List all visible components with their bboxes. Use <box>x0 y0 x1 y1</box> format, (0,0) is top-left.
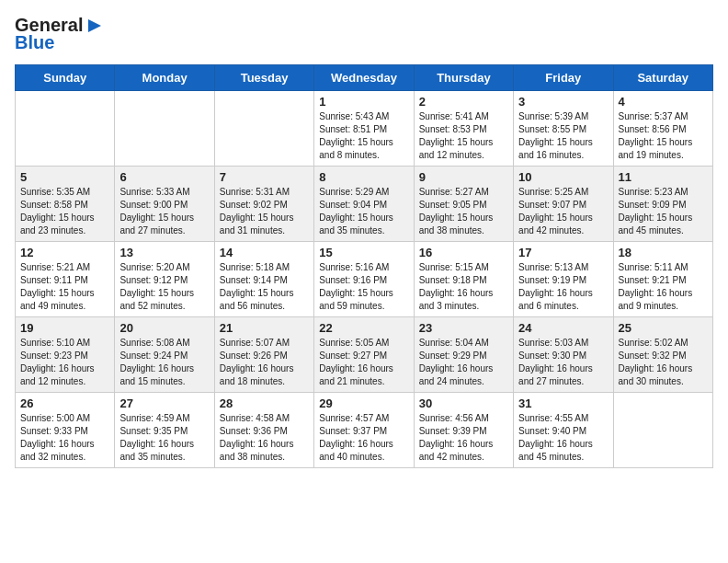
calendar-cell: 3Sunrise: 5:39 AM Sunset: 8:55 PM Daylig… <box>514 91 613 167</box>
day-number: 8 <box>319 170 408 184</box>
calendar-cell: 18Sunrise: 5:11 AM Sunset: 9:21 PM Dayli… <box>613 242 712 317</box>
day-number: 18 <box>619 246 708 259</box>
calendar-cell: 27Sunrise: 4:59 AM Sunset: 9:35 PM Dayli… <box>115 393 214 468</box>
calendar-cell: 10Sunrise: 5:25 AM Sunset: 9:07 PM Dayli… <box>514 167 613 242</box>
day-info: Sunrise: 5:18 AM Sunset: 9:14 PM Dayligh… <box>220 261 309 313</box>
day-number: 10 <box>518 170 608 184</box>
day-header-friday: Friday <box>514 65 613 91</box>
day-info: Sunrise: 5:33 AM Sunset: 9:00 PM Dayligh… <box>119 186 209 237</box>
day-info: Sunrise: 4:58 AM Sunset: 9:36 PM Dayligh… <box>220 412 309 464</box>
day-header-sunday: Sunday <box>16 65 115 91</box>
calendar-cell: 8Sunrise: 5:29 AM Sunset: 9:04 PM Daylig… <box>314 167 414 242</box>
logo-blue-text: Blue <box>15 32 54 53</box>
day-number: 26 <box>20 396 109 410</box>
calendar-cell: 21Sunrise: 5:07 AM Sunset: 9:26 PM Dayli… <box>214 317 313 393</box>
day-number: 7 <box>220 170 309 184</box>
calendar-cell: 2Sunrise: 5:41 AM Sunset: 8:53 PM Daylig… <box>414 91 513 167</box>
calendar-cell <box>16 91 115 167</box>
day-info: Sunrise: 5:11 AM Sunset: 9:21 PM Dayligh… <box>619 261 708 313</box>
day-info: Sunrise: 5:00 AM Sunset: 9:33 PM Dayligh… <box>20 412 109 464</box>
day-header-tuesday: Tuesday <box>214 65 313 91</box>
calendar-week-row: 1Sunrise: 5:43 AM Sunset: 8:51 PM Daylig… <box>16 91 713 167</box>
day-info: Sunrise: 4:56 AM Sunset: 9:39 PM Dayligh… <box>419 412 508 464</box>
day-info: Sunrise: 5:04 AM Sunset: 9:29 PM Dayligh… <box>419 337 508 388</box>
calendar-cell: 25Sunrise: 5:02 AM Sunset: 9:32 PM Dayli… <box>613 317 712 393</box>
day-info: Sunrise: 5:02 AM Sunset: 9:32 PM Dayligh… <box>619 337 708 388</box>
day-number: 24 <box>518 321 608 335</box>
day-number: 13 <box>119 246 209 259</box>
calendar-cell <box>613 393 712 468</box>
calendar-cell: 1Sunrise: 5:43 AM Sunset: 8:51 PM Daylig… <box>314 91 414 167</box>
logo-arrow-icon <box>85 16 105 36</box>
day-number: 17 <box>518 246 608 259</box>
day-number: 16 <box>419 246 508 259</box>
day-info: Sunrise: 5:10 AM Sunset: 9:23 PM Dayligh… <box>20 337 109 388</box>
calendar-cell: 11Sunrise: 5:23 AM Sunset: 9:09 PM Dayli… <box>613 167 712 242</box>
day-number: 9 <box>419 170 508 184</box>
calendar-cell: 30Sunrise: 4:56 AM Sunset: 9:39 PM Dayli… <box>414 393 513 468</box>
calendar-cell: 17Sunrise: 5:13 AM Sunset: 9:19 PM Dayli… <box>514 242 613 317</box>
day-info: Sunrise: 5:08 AM Sunset: 9:24 PM Dayligh… <box>119 337 209 388</box>
day-number: 4 <box>619 95 708 109</box>
day-info: Sunrise: 5:27 AM Sunset: 9:05 PM Dayligh… <box>419 186 508 237</box>
day-number: 27 <box>119 396 209 410</box>
day-info: Sunrise: 5:23 AM Sunset: 9:09 PM Dayligh… <box>619 186 708 237</box>
day-info: Sunrise: 5:39 AM Sunset: 8:55 PM Dayligh… <box>518 110 608 162</box>
day-info: Sunrise: 5:35 AM Sunset: 8:58 PM Dayligh… <box>20 186 109 237</box>
calendar-cell: 12Sunrise: 5:21 AM Sunset: 9:11 PM Dayli… <box>16 242 115 317</box>
day-info: Sunrise: 5:29 AM Sunset: 9:04 PM Dayligh… <box>319 186 408 237</box>
day-number: 14 <box>220 246 309 259</box>
day-header-thursday: Thursday <box>414 65 513 91</box>
day-info: Sunrise: 5:05 AM Sunset: 9:27 PM Dayligh… <box>319 337 408 388</box>
day-info: Sunrise: 4:59 AM Sunset: 9:35 PM Dayligh… <box>119 412 209 464</box>
day-header-wednesday: Wednesday <box>314 65 414 91</box>
calendar-cell: 5Sunrise: 5:35 AM Sunset: 8:58 PM Daylig… <box>16 167 115 242</box>
day-number: 28 <box>220 396 309 410</box>
day-info: Sunrise: 5:20 AM Sunset: 9:12 PM Dayligh… <box>119 261 209 313</box>
day-info: Sunrise: 5:37 AM Sunset: 8:56 PM Dayligh… <box>619 110 708 162</box>
day-number: 11 <box>619 170 708 184</box>
page-header: General Blue <box>15 15 713 53</box>
day-info: Sunrise: 5:13 AM Sunset: 9:19 PM Dayligh… <box>518 261 608 313</box>
calendar-cell: 14Sunrise: 5:18 AM Sunset: 9:14 PM Dayli… <box>214 242 313 317</box>
calendar-cell: 9Sunrise: 5:27 AM Sunset: 9:05 PM Daylig… <box>414 167 513 242</box>
day-info: Sunrise: 4:57 AM Sunset: 9:37 PM Dayligh… <box>319 412 408 464</box>
day-number: 21 <box>220 321 309 335</box>
calendar-cell: 22Sunrise: 5:05 AM Sunset: 9:27 PM Dayli… <box>314 317 414 393</box>
calendar-cell: 16Sunrise: 5:15 AM Sunset: 9:18 PM Dayli… <box>414 242 513 317</box>
calendar-week-row: 5Sunrise: 5:35 AM Sunset: 8:58 PM Daylig… <box>16 167 713 242</box>
calendar-cell: 20Sunrise: 5:08 AM Sunset: 9:24 PM Dayli… <box>115 317 214 393</box>
day-number: 12 <box>20 246 109 259</box>
day-info: Sunrise: 4:55 AM Sunset: 9:40 PM Dayligh… <box>518 412 608 464</box>
calendar-cell: 4Sunrise: 5:37 AM Sunset: 8:56 PM Daylig… <box>613 91 712 167</box>
day-info: Sunrise: 5:15 AM Sunset: 9:18 PM Dayligh… <box>419 261 508 313</box>
day-info: Sunrise: 5:43 AM Sunset: 8:51 PM Dayligh… <box>319 110 408 162</box>
day-info: Sunrise: 5:31 AM Sunset: 9:02 PM Dayligh… <box>220 186 309 237</box>
day-number: 3 <box>518 95 608 109</box>
day-number: 15 <box>319 246 408 259</box>
calendar-cell: 23Sunrise: 5:04 AM Sunset: 9:29 PM Dayli… <box>414 317 513 393</box>
logo: General Blue <box>15 15 105 53</box>
calendar-cell <box>214 91 313 167</box>
day-header-saturday: Saturday <box>613 65 712 91</box>
svg-marker-0 <box>88 19 101 32</box>
calendar-cell: 24Sunrise: 5:03 AM Sunset: 9:30 PM Dayli… <box>514 317 613 393</box>
calendar-week-row: 12Sunrise: 5:21 AM Sunset: 9:11 PM Dayli… <box>16 242 713 317</box>
calendar-week-row: 19Sunrise: 5:10 AM Sunset: 9:23 PM Dayli… <box>16 317 713 393</box>
day-number: 30 <box>419 396 508 410</box>
calendar-cell: 28Sunrise: 4:58 AM Sunset: 9:36 PM Dayli… <box>214 393 313 468</box>
day-number: 23 <box>419 321 508 335</box>
calendar-cell: 31Sunrise: 4:55 AM Sunset: 9:40 PM Dayli… <box>514 393 613 468</box>
day-info: Sunrise: 5:16 AM Sunset: 9:16 PM Dayligh… <box>319 261 408 313</box>
calendar-week-row: 26Sunrise: 5:00 AM Sunset: 9:33 PM Dayli… <box>16 393 713 468</box>
day-number: 19 <box>20 321 109 335</box>
calendar-header-row: SundayMondayTuesdayWednesdayThursdayFrid… <box>16 65 713 91</box>
calendar-cell: 15Sunrise: 5:16 AM Sunset: 9:16 PM Dayli… <box>314 242 414 317</box>
calendar-cell: 7Sunrise: 5:31 AM Sunset: 9:02 PM Daylig… <box>214 167 313 242</box>
day-number: 20 <box>119 321 209 335</box>
day-number: 22 <box>319 321 408 335</box>
day-info: Sunrise: 5:21 AM Sunset: 9:11 PM Dayligh… <box>20 261 109 313</box>
day-number: 6 <box>119 170 209 184</box>
day-info: Sunrise: 5:03 AM Sunset: 9:30 PM Dayligh… <box>518 337 608 388</box>
day-number: 1 <box>319 95 408 109</box>
